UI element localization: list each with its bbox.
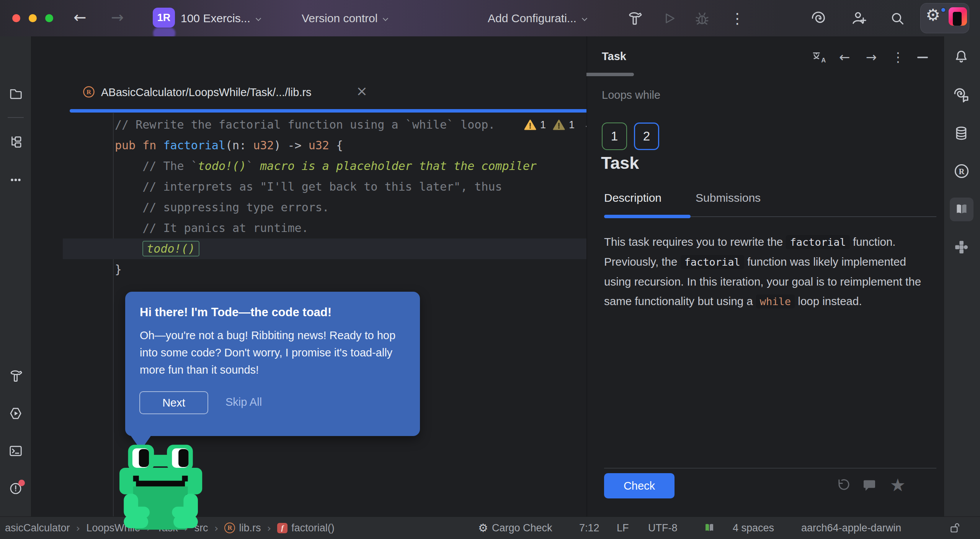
lock-icon[interactable] [949, 517, 962, 539]
code-line[interactable]: // It panics at runtime. [115, 218, 617, 238]
tool-window-title: Task [602, 50, 626, 63]
panel-loading-progress [586, 73, 634, 76]
code-area[interactable]: // Rewrite the factorial function using … [115, 114, 617, 280]
breadcrumb-item[interactable]: factorial() [291, 522, 335, 534]
active-tab-indicator [604, 215, 691, 218]
back-button[interactable]: ← [74, 8, 87, 26]
ai-assistant-icon[interactable] [811, 9, 828, 26]
search-icon[interactable] [889, 10, 906, 27]
tode-mascot [119, 443, 209, 533]
settings-gear-icon[interactable]: ⚙ [926, 7, 941, 23]
task-step-1-button[interactable]: 1 [602, 122, 627, 150]
close-tab-icon[interactable]: × [356, 83, 368, 99]
learner-book-icon[interactable] [703, 517, 715, 539]
navigate-back-icon[interactable]: ← [837, 49, 852, 65]
course-book-icon[interactable] [954, 202, 971, 219]
rust-tool-icon[interactable]: R [953, 163, 970, 180]
gear-icon: ⚙ [478, 521, 488, 534]
file-loading-progress [70, 109, 616, 113]
forward-button[interactable]: → [111, 8, 124, 26]
chevron-down-icon [256, 16, 261, 21]
tab-description[interactable]: Description [604, 191, 662, 204]
gutter-separator [113, 113, 114, 528]
breadcrumb-separator-icon: › [267, 522, 271, 534]
debug-bug-icon[interactable] [694, 10, 710, 27]
build-target[interactable]: aarch64-apple-darwin [801, 517, 901, 539]
terminal-icon[interactable] [8, 444, 23, 458]
cargo-check-widget[interactable]: ⚙Cargo Check [478, 517, 552, 539]
avatar-image [953, 12, 962, 26]
caret-position[interactable]: 7:12 [579, 517, 599, 539]
run-configuration-label: Add Configurati... [488, 12, 577, 24]
breadcrumb-item[interactable]: asicCalculator [5, 522, 70, 534]
ai-chat-icon[interactable] [953, 87, 970, 103]
notifications-bell-icon[interactable] [953, 49, 970, 66]
vcs-label: Version control [302, 12, 377, 24]
warning-count: 1 [540, 119, 546, 131]
breadcrumb-separator-icon: › [76, 522, 80, 534]
problems-error-badge [18, 480, 25, 486]
rust-icon: R [224, 523, 235, 533]
rust-file-icon: R [82, 85, 96, 99]
services-run-icon[interactable] [8, 406, 23, 421]
project-folder-icon[interactable] [8, 86, 23, 101]
more-actions-icon[interactable]: ⋮ [729, 10, 746, 27]
hide-panel-icon[interactable] [917, 57, 928, 58]
task-step-2-button[interactable]: 2 [634, 122, 659, 150]
translate-icon[interactable]: A [811, 49, 826, 65]
fn-icon: f [277, 523, 287, 533]
right-tool-strip [944, 36, 980, 516]
build-hammer-icon[interactable] [626, 10, 643, 27]
chevron-down-icon [582, 16, 587, 21]
editor-tab[interactable]: ABasicCalculator/LoopsWhile/Task/.../lib… [101, 86, 312, 99]
code-line[interactable]: // interprets as "I'll get back to this … [115, 176, 617, 197]
left-tool-strip [0, 36, 31, 516]
breadcrumb-separator-icon: › [214, 522, 219, 534]
database-icon[interactable] [953, 125, 970, 142]
skip-all-button[interactable]: Skip All [225, 396, 262, 408]
file-encoding[interactable]: UTF-8 [648, 517, 678, 539]
strip-divider [8, 117, 24, 118]
more-tool-windows-icon[interactable] [8, 173, 23, 187]
comment-icon[interactable] [861, 476, 878, 494]
reset-task-icon[interactable] [833, 476, 851, 494]
svg-text:R: R [959, 167, 965, 176]
traffic-minimize-button[interactable] [29, 14, 37, 22]
main-toolbar: ← → 1R 100 Exercis... Version control Ad… [0, 0, 980, 36]
line-ending[interactable]: LF [617, 517, 629, 539]
check-button[interactable]: Check [604, 473, 675, 498]
next-button[interactable]: Next [139, 391, 208, 414]
traffic-close-button[interactable] [12, 14, 20, 22]
add-user-icon[interactable] [851, 10, 867, 26]
code-line[interactable]: pub fn factorial(n: u32) -> u32 { [115, 135, 617, 156]
tooltip-title: Hi there! I'm Tode—the code toad! [140, 305, 332, 319]
cargo-check-label: Cargo Check [492, 522, 552, 534]
code-line[interactable]: } [115, 259, 617, 280]
breadcrumb-item[interactable]: lib.rs [239, 522, 261, 534]
panel-options-icon[interactable]: ⋮ [890, 49, 906, 65]
favorite-star-icon[interactable]: ★ [889, 476, 906, 494]
code-line[interactable]: // The `todo!()` macro is a placeholder … [115, 156, 617, 176]
weak-warning-count: 1 [569, 119, 575, 131]
code-line[interactable]: todo!() [115, 238, 617, 259]
code-line[interactable]: // suppressing type errors. [115, 197, 617, 218]
weak-warning-icon [553, 119, 565, 131]
traffic-zoom-button[interactable] [45, 14, 53, 22]
svg-text:A: A [821, 57, 826, 64]
project-selector[interactable]: 100 Exercis... [181, 12, 260, 25]
tab-submissions[interactable]: Submissions [696, 191, 761, 204]
run-icon[interactable] [661, 10, 678, 27]
user-avatar[interactable] [949, 7, 967, 26]
navigate-forward-icon[interactable]: → [864, 49, 879, 65]
indent-setting[interactable]: 4 spaces [733, 517, 774, 539]
build-tool-window-icon[interactable] [8, 369, 23, 383]
academy-plugin-icon[interactable] [953, 239, 970, 256]
panel-footer-divider [604, 468, 936, 469]
structure-icon[interactable] [8, 135, 23, 149]
vcs-widget[interactable]: Version control [302, 12, 387, 25]
editor-area: R ABasicCalculator/LoopsWhile/Task/.../l… [31, 36, 586, 516]
ide-window: ← → 1R 100 Exercis... Version control Ad… [0, 0, 980, 539]
project-badge[interactable]: 1R [153, 8, 175, 28]
tooltip-body: Oh—you're not a bug! Ribbiting news! Rea… [140, 327, 404, 379]
run-configuration-selector[interactable]: Add Configurati... [488, 12, 586, 25]
